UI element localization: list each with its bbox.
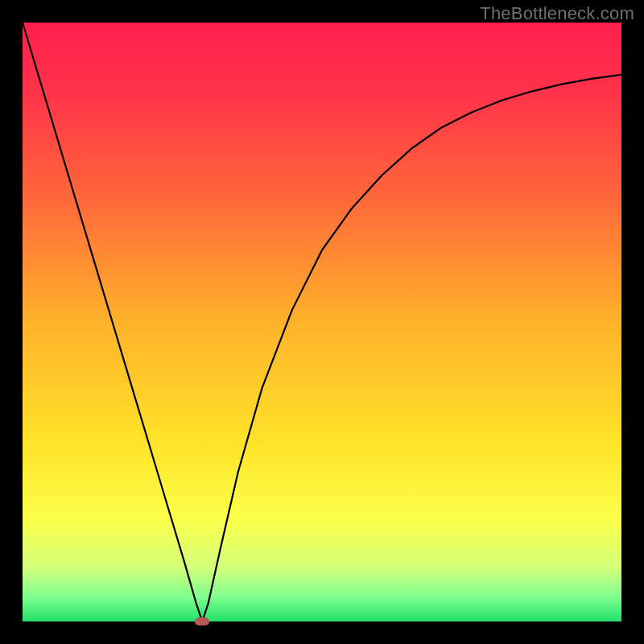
bottleneck-curve (23, 23, 621, 621)
watermark-text: TheBottleneck.com (480, 3, 634, 24)
minimum-marker (195, 617, 209, 625)
plot-area (23, 23, 621, 621)
chart-frame: TheBottleneck.com (0, 0, 644, 644)
